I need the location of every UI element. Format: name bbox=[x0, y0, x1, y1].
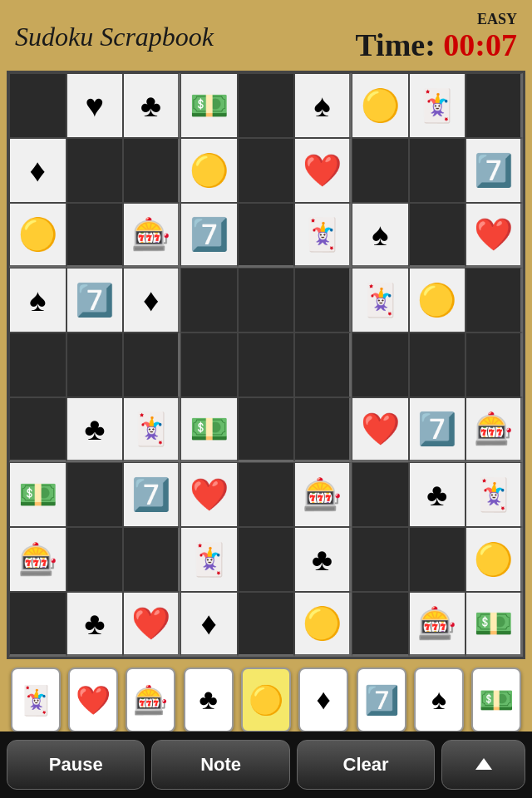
grid-cell[interactable]: 🃏 bbox=[180, 527, 238, 592]
grid-cell[interactable]: 🃏 bbox=[352, 268, 409, 332]
symbol-card-money[interactable]: 💵 bbox=[471, 667, 521, 732]
grid-cell[interactable]: 7️⃣ bbox=[466, 138, 523, 203]
grid-cell[interactable] bbox=[352, 462, 409, 527]
note-button[interactable]: Note bbox=[151, 740, 289, 790]
grid-cell[interactable] bbox=[466, 332, 523, 397]
grid-cell[interactable]: 🟡 bbox=[294, 592, 352, 657]
symbol-card-diamond[interactable]: ♦ bbox=[298, 667, 348, 732]
grid-cell[interactable]: 🎰 bbox=[123, 203, 180, 268]
grid-row: 💵 7️⃣ ❤️ 🎰 ♣ 🃏 bbox=[9, 462, 523, 527]
grid-cell[interactable]: ♣ bbox=[66, 592, 124, 657]
grid-cell[interactable] bbox=[9, 397, 66, 462]
grid-cell[interactable] bbox=[294, 332, 352, 397]
arrow-up-button[interactable] bbox=[441, 740, 525, 790]
grid-cell[interactable] bbox=[238, 203, 295, 268]
grid-cell[interactable] bbox=[466, 73, 523, 138]
grid-cell[interactable]: 🟡 bbox=[180, 138, 238, 203]
grid-cell[interactable] bbox=[66, 462, 124, 527]
grid-cell[interactable]: 🎰 bbox=[9, 527, 66, 592]
grid-cell[interactable]: 7️⃣ bbox=[180, 203, 238, 268]
grid-cell[interactable] bbox=[123, 138, 180, 203]
grid-cell[interactable] bbox=[9, 73, 66, 138]
grid-cell[interactable]: 🃏 bbox=[294, 203, 352, 268]
grid-cell[interactable]: ♥ bbox=[66, 73, 124, 138]
symbol-card-cards[interactable]: 🃏 bbox=[11, 667, 61, 732]
grid-cell[interactable]: ♦ bbox=[180, 592, 238, 657]
grid-cell[interactable] bbox=[123, 332, 180, 397]
grid-cell[interactable] bbox=[294, 268, 352, 332]
grid-cell[interactable]: 🎰 bbox=[466, 397, 523, 462]
symbol-card-coins[interactable]: 🟡 bbox=[241, 667, 291, 732]
grid-cell[interactable] bbox=[352, 527, 409, 592]
grid-cell[interactable]: ♣ bbox=[294, 527, 352, 592]
symbol-card-heart[interactable]: ❤️ bbox=[68, 667, 118, 732]
grid-cell[interactable] bbox=[238, 397, 295, 462]
grid-cell[interactable]: ♣ bbox=[66, 397, 124, 462]
grid-cell[interactable] bbox=[409, 332, 466, 397]
grid-cell[interactable] bbox=[66, 332, 124, 397]
grid-cell[interactable] bbox=[352, 592, 409, 657]
grid-cell[interactable] bbox=[238, 73, 295, 138]
grid-cell[interactable] bbox=[294, 397, 352, 462]
grid-cell[interactable]: ♦ bbox=[9, 138, 66, 203]
grid-cell[interactable] bbox=[66, 138, 124, 203]
grid-cell[interactable]: ❤️ bbox=[123, 592, 180, 657]
grid-cell[interactable] bbox=[66, 203, 124, 268]
grid-cell[interactable]: 🃏 bbox=[466, 462, 523, 527]
grid-cell[interactable] bbox=[123, 527, 180, 592]
grid-cell[interactable] bbox=[466, 268, 523, 332]
grid-cell[interactable]: 7️⃣ bbox=[409, 397, 466, 462]
grid-cell[interactable] bbox=[9, 592, 66, 657]
grid-cell[interactable]: ♠ bbox=[294, 73, 352, 138]
grid-cell[interactable] bbox=[409, 203, 466, 268]
grid-cell[interactable] bbox=[180, 268, 238, 332]
grid-cell[interactable]: 7️⃣ bbox=[66, 268, 124, 332]
grid-cell[interactable]: ♦ bbox=[123, 268, 180, 332]
grid-cell[interactable] bbox=[238, 268, 295, 332]
clear-button[interactable]: Clear bbox=[297, 740, 435, 790]
grid-cell[interactable] bbox=[66, 527, 124, 592]
timer-value: 00:07 bbox=[443, 27, 517, 62]
grid-cell[interactable] bbox=[238, 332, 295, 397]
grid-cell[interactable]: 💵 bbox=[180, 73, 238, 138]
symbol-card-spade[interactable]: ♠ bbox=[414, 667, 464, 732]
grid-cell[interactable]: 🎰 bbox=[294, 462, 352, 527]
grid-cell[interactable] bbox=[409, 527, 466, 592]
grid-cell[interactable]: ❤️ bbox=[294, 138, 352, 203]
grid-cell[interactable]: ♣ bbox=[123, 73, 180, 138]
grid-cell[interactable]: 🟡 bbox=[466, 527, 523, 592]
grid-cell[interactable]: 🎰 bbox=[409, 592, 466, 657]
grid-cell[interactable]: 🃏 bbox=[123, 397, 180, 462]
grid-cell[interactable]: 🟡 bbox=[352, 73, 409, 138]
grid-cell[interactable]: ♠ bbox=[352, 203, 409, 268]
grid-cell[interactable]: 🟡 bbox=[409, 268, 466, 332]
grid-cell[interactable]: 💵 bbox=[466, 592, 523, 657]
pause-button[interactable]: Pause bbox=[7, 740, 145, 790]
grid-cell[interactable] bbox=[238, 138, 295, 203]
timer-label: Time: bbox=[355, 27, 435, 62]
grid-cell[interactable]: ❤️ bbox=[466, 203, 523, 268]
grid-cell[interactable]: 💵 bbox=[180, 397, 238, 462]
grid-cell[interactable] bbox=[238, 527, 295, 592]
grid-cell[interactable] bbox=[238, 462, 295, 527]
grid-cell[interactable] bbox=[409, 138, 466, 203]
grid-cell[interactable]: 7️⃣ bbox=[123, 462, 180, 527]
grid-cell[interactable]: 💵 bbox=[9, 462, 66, 527]
grid-row: 🟡 🎰 7️⃣ 🃏 ♠ ❤️ bbox=[9, 203, 523, 268]
symbol-card-chip[interactable]: 🎰 bbox=[126, 667, 175, 732]
symbol-card-seven[interactable]: 7️⃣ bbox=[357, 667, 406, 732]
grid-cell[interactable] bbox=[180, 332, 238, 397]
symbol-card-clubs[interactable]: ♣ bbox=[184, 667, 234, 732]
grid-cell[interactable] bbox=[9, 332, 66, 397]
grid-cell[interactable]: ♠ bbox=[9, 268, 66, 332]
grid-cell[interactable] bbox=[238, 592, 295, 657]
grid-row: 🎰 🃏 ♣ 🟡 bbox=[9, 527, 523, 592]
grid-cell[interactable] bbox=[352, 332, 409, 397]
app-title: Sudoku Scrapbook bbox=[15, 22, 214, 52]
grid-cell[interactable]: 🃏 bbox=[409, 73, 466, 138]
grid-cell[interactable]: ♣ bbox=[409, 462, 466, 527]
grid-cell[interactable]: ❤️ bbox=[180, 462, 238, 527]
grid-cell[interactable] bbox=[352, 138, 409, 203]
grid-cell[interactable]: 🟡 bbox=[9, 203, 66, 268]
grid-cell[interactable]: ❤️ bbox=[352, 397, 409, 462]
